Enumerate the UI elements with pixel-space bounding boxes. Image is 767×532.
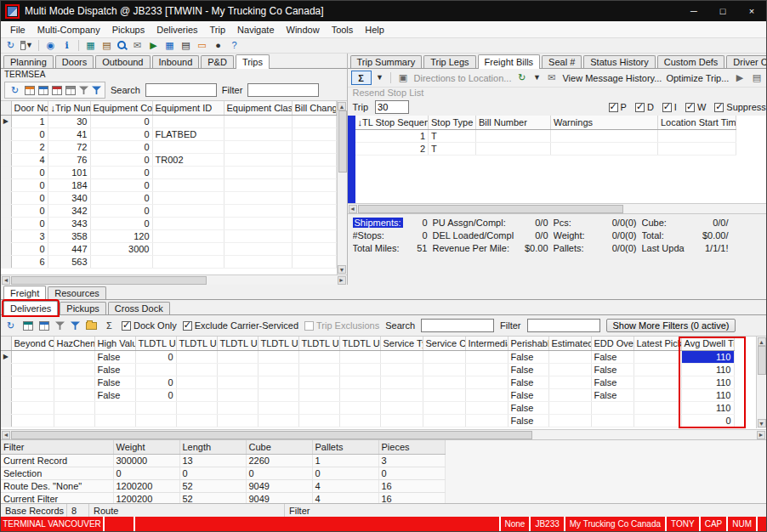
filter-edit-icon[interactable] xyxy=(92,86,101,95)
table-row[interactable]: 3358120 xyxy=(1,229,336,242)
cell[interactable]: T xyxy=(429,129,476,142)
column-header-tl-stop-sequenc[interactable]: ↓TL Stop Sequenc xyxy=(355,116,429,129)
cell[interactable]: 342 xyxy=(48,204,90,217)
tab-seal[interactable]: Seal # xyxy=(542,55,582,68)
cell[interactable] xyxy=(54,350,94,363)
table-row[interactable]: ▶False0FalseFalse110 xyxy=(1,350,734,363)
column-header-hazchem[interactable]: HazChem xyxy=(54,337,94,350)
column-header-door-no[interactable]: Door No xyxy=(11,101,48,115)
cell[interactable] xyxy=(11,401,54,414)
cell[interactable] xyxy=(380,414,423,427)
cell[interactable]: 0 xyxy=(246,467,312,479)
cell[interactable]: 0 xyxy=(681,414,734,427)
column-header-beyond-car[interactable]: Beyond Car xyxy=(11,337,54,350)
table-row[interactable]: 1T xyxy=(355,129,736,142)
scroll-up-icon[interactable]: ▲ xyxy=(338,102,346,110)
table-row[interactable]: Route Des. "None"1200200529049416 xyxy=(1,479,445,492)
menu-help[interactable]: Help xyxy=(359,23,390,37)
cell[interactable] xyxy=(152,229,224,242)
cell[interactable] xyxy=(258,414,298,427)
cell[interactable]: False xyxy=(591,376,633,388)
show-more-filters-button[interactable]: Show More Filters (0 active) xyxy=(606,319,736,332)
tab-custom-defs[interactable]: Custom Defs xyxy=(657,55,725,68)
cell[interactable] xyxy=(152,217,224,229)
globe-icon[interactable]: ◉ xyxy=(44,39,57,52)
cell[interactable]: FLATBED xyxy=(152,127,224,140)
cell[interactable] xyxy=(292,242,336,255)
table-row[interactable]: 03420 xyxy=(1,204,336,217)
info-icon[interactable]: ℹ xyxy=(60,39,73,52)
cell[interactable]: 0 xyxy=(135,388,176,401)
row-selector[interactable] xyxy=(1,217,11,229)
checkbox-p[interactable]: P xyxy=(609,102,627,112)
cell[interactable] xyxy=(217,401,258,414)
cell[interactable] xyxy=(339,414,380,427)
tab-deliveries[interactable]: Deliveries xyxy=(3,301,58,315)
cell[interactable] xyxy=(135,363,176,376)
column-header-latest-pick-up[interactable]: Latest Pick Up xyxy=(633,337,681,350)
cell[interactable] xyxy=(292,191,336,204)
cell[interactable] xyxy=(298,350,339,363)
table-row[interactable]: 2T xyxy=(355,142,736,155)
cell[interactable]: 0 xyxy=(135,376,176,388)
cell[interactable] xyxy=(292,127,336,140)
cell[interactable]: False xyxy=(591,350,633,363)
cell[interactable]: 0 xyxy=(90,115,152,127)
cell[interactable] xyxy=(152,191,224,204)
cell[interactable] xyxy=(548,376,591,388)
cell[interactable] xyxy=(633,376,681,388)
cell[interactable] xyxy=(152,140,224,153)
checkbox-d[interactable]: D xyxy=(635,102,654,112)
table-row[interactable]: 4760TR002 xyxy=(1,153,336,166)
cell[interactable] xyxy=(423,414,465,427)
cell[interactable] xyxy=(217,414,258,427)
dock-only-checkbox[interactable]: Dock Only xyxy=(122,320,177,331)
scroll-down-icon[interactable]: ▼ xyxy=(758,419,766,427)
cell[interactable] xyxy=(465,350,508,363)
refresh-icon[interactable]: ↻ xyxy=(9,84,21,97)
cell[interactable]: 3000 xyxy=(90,242,152,255)
cell[interactable] xyxy=(548,401,591,414)
cell[interactable] xyxy=(298,363,339,376)
cell[interactable]: 110 xyxy=(681,350,734,363)
cell[interactable]: 1 xyxy=(312,454,378,467)
cell[interactable] xyxy=(380,363,423,376)
cell[interactable] xyxy=(176,414,217,427)
cell[interactable] xyxy=(224,166,292,178)
cell[interactable]: 30 xyxy=(48,115,90,127)
cell[interactable] xyxy=(380,388,423,401)
cell[interactable] xyxy=(339,388,380,401)
cell[interactable] xyxy=(176,401,217,414)
column-header-warnings[interactable]: Warnings xyxy=(551,116,658,129)
cell[interactable] xyxy=(135,414,176,427)
cell[interactable]: 4 xyxy=(312,479,378,492)
tab-p-d[interactable]: P&D xyxy=(201,55,234,68)
cell[interactable] xyxy=(258,350,298,363)
cell[interactable] xyxy=(423,401,465,414)
column-header-equipment-count[interactable]: Equipment Count xyxy=(90,101,152,115)
cell[interactable]: 52 xyxy=(179,492,246,503)
cell[interactable] xyxy=(258,376,298,388)
cell[interactable] xyxy=(591,414,633,427)
refresh-icon[interactable]: ↻ xyxy=(4,39,17,52)
cell[interactable] xyxy=(11,350,54,363)
cell[interactable] xyxy=(292,115,336,127)
cell[interactable] xyxy=(94,414,135,427)
horizontal-scrollbar[interactable]: ◄ ► xyxy=(348,203,767,213)
table-row[interactable]: FalseFalseFalse110 xyxy=(1,363,734,376)
dropdown-icon[interactable]: ▼ xyxy=(532,71,541,84)
cell[interactable]: 3 xyxy=(378,454,445,467)
horizontal-scrollbar[interactable]: ◄ ► xyxy=(1,274,347,285)
cell[interactable] xyxy=(633,414,681,427)
cell[interactable] xyxy=(292,166,336,178)
search-input[interactable] xyxy=(421,319,494,332)
cell[interactable] xyxy=(380,376,423,388)
cell[interactable] xyxy=(224,229,292,242)
column-header-equipment-class[interactable]: Equipment Class xyxy=(224,101,292,115)
cell[interactable] xyxy=(548,363,591,376)
detail-view-icon[interactable] xyxy=(39,321,49,331)
cell[interactable]: 1200200 xyxy=(113,479,179,492)
cell[interactable]: 2260 xyxy=(246,454,312,467)
table-row[interactable]: 04473000 xyxy=(1,242,336,255)
column-header-bill-changes[interactable]: Bill Changes xyxy=(292,101,336,115)
